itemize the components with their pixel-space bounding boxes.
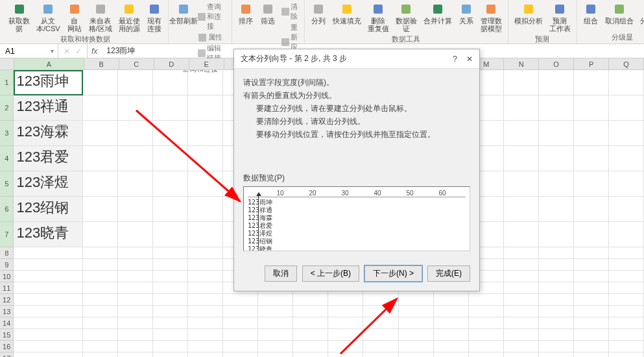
cell[interactable] bbox=[188, 341, 223, 352]
cell[interactable] bbox=[83, 341, 118, 352]
select-all-corner[interactable] bbox=[0, 58, 14, 69]
cell[interactable] bbox=[188, 95, 223, 121]
cell[interactable] bbox=[469, 317, 504, 329]
cell[interactable] bbox=[539, 271, 574, 282]
cell[interactable]: 123海霖 bbox=[14, 121, 83, 146]
cell[interactable] bbox=[118, 317, 153, 329]
cell[interactable] bbox=[609, 317, 644, 329]
cell[interactable]: 123祥通 bbox=[14, 95, 83, 121]
cell[interactable] bbox=[609, 271, 644, 282]
ribbon-button[interactable]: 模拟分析 bbox=[512, 1, 545, 26]
cell[interactable] bbox=[539, 329, 574, 341]
cell[interactable] bbox=[609, 121, 644, 146]
cell[interactable] bbox=[118, 197, 153, 222]
ribbon-button[interactable]: 管理数 据模型 bbox=[479, 1, 504, 34]
column-header[interactable]: O bbox=[539, 58, 574, 69]
cell[interactable] bbox=[469, 294, 504, 306]
column-header[interactable]: N bbox=[504, 58, 539, 69]
preview-ruler[interactable]: 102030405060 bbox=[248, 190, 466, 197]
cell[interactable] bbox=[609, 294, 644, 306]
cell[interactable] bbox=[14, 317, 83, 329]
cell[interactable] bbox=[118, 341, 153, 352]
cell[interactable] bbox=[118, 70, 153, 95]
cell[interactable] bbox=[153, 352, 188, 357]
cell[interactable] bbox=[223, 341, 258, 352]
cell[interactable] bbox=[363, 341, 398, 352]
cell[interactable] bbox=[14, 282, 83, 294]
cell[interactable] bbox=[363, 306, 398, 317]
ribbon-button[interactable]: 排序 bbox=[236, 1, 256, 26]
ribbon-button[interactable]: 取消组合 bbox=[603, 1, 636, 26]
cell[interactable] bbox=[188, 294, 223, 306]
ribbon-button[interactable]: 自 网站 bbox=[65, 1, 84, 34]
cell[interactable] bbox=[434, 329, 469, 341]
finish-button[interactable]: 完成(E) bbox=[427, 265, 470, 282]
ribbon-button-small[interactable]: 清除 bbox=[280, 1, 300, 22]
ribbon-button[interactable]: 分类汇 bbox=[638, 1, 644, 26]
cell[interactable] bbox=[83, 259, 118, 271]
cell[interactable] bbox=[83, 95, 118, 121]
row-header[interactable]: 3 bbox=[0, 121, 14, 146]
cell[interactable] bbox=[504, 317, 539, 329]
cell[interactable] bbox=[118, 247, 153, 259]
row-header[interactable]: 11 bbox=[0, 282, 14, 294]
cell[interactable] bbox=[504, 121, 539, 146]
cell[interactable] bbox=[434, 352, 469, 357]
cell[interactable] bbox=[188, 197, 223, 222]
cell[interactable] bbox=[363, 329, 398, 341]
cell[interactable] bbox=[258, 329, 293, 341]
cell[interactable] bbox=[363, 294, 398, 306]
cell[interactable] bbox=[539, 306, 574, 317]
cell[interactable] bbox=[188, 306, 223, 317]
column-header[interactable]: B bbox=[84, 58, 119, 69]
name-box-input[interactable] bbox=[4, 46, 43, 56]
cell[interactable] bbox=[118, 146, 153, 171]
cell[interactable] bbox=[83, 121, 118, 146]
cell[interactable] bbox=[293, 317, 328, 329]
row-header[interactable]: 14 bbox=[0, 317, 14, 329]
cell[interactable] bbox=[188, 329, 223, 341]
cell[interactable] bbox=[539, 146, 574, 171]
ribbon-button[interactable]: 快速填充 bbox=[331, 1, 363, 26]
cell[interactable] bbox=[153, 259, 188, 271]
cell[interactable]: 123雨坤 bbox=[14, 70, 83, 95]
cell[interactable] bbox=[574, 146, 609, 171]
cell[interactable] bbox=[504, 352, 539, 357]
cell[interactable] bbox=[574, 222, 609, 247]
cell[interactable] bbox=[258, 306, 293, 317]
cell[interactable] bbox=[574, 329, 609, 341]
cell[interactable] bbox=[469, 341, 504, 352]
cell[interactable] bbox=[258, 341, 293, 352]
cell[interactable] bbox=[574, 247, 609, 259]
cell[interactable] bbox=[469, 352, 504, 357]
cell[interactable] bbox=[469, 329, 504, 341]
cell[interactable] bbox=[188, 282, 223, 294]
cell[interactable] bbox=[293, 352, 328, 357]
cell[interactable] bbox=[118, 352, 153, 357]
cell[interactable] bbox=[504, 70, 539, 95]
cell[interactable] bbox=[153, 317, 188, 329]
column-header[interactable]: A bbox=[14, 58, 84, 69]
column-header[interactable]: E bbox=[189, 58, 224, 69]
cell[interactable] bbox=[399, 294, 434, 306]
cell[interactable] bbox=[223, 329, 258, 341]
cell[interactable] bbox=[539, 171, 574, 197]
cell[interactable] bbox=[83, 222, 118, 247]
ribbon-button[interactable]: 数据验 证 bbox=[394, 1, 419, 34]
cell[interactable] bbox=[574, 306, 609, 317]
cell[interactable] bbox=[118, 329, 153, 341]
cell[interactable] bbox=[399, 306, 434, 317]
cell[interactable] bbox=[188, 171, 223, 197]
cell[interactable] bbox=[574, 95, 609, 121]
cell[interactable] bbox=[504, 222, 539, 247]
cell[interactable] bbox=[539, 95, 574, 121]
column-header[interactable]: P bbox=[574, 58, 609, 69]
column-header[interactable]: Q bbox=[609, 58, 644, 69]
cell[interactable] bbox=[14, 329, 83, 341]
cell[interactable]: 123绍钢 bbox=[14, 197, 83, 222]
cell[interactable] bbox=[434, 317, 469, 329]
dialog-titlebar[interactable]: 文本分列向导 - 第 2 步, 共 3 步 ? ✕ bbox=[234, 49, 479, 69]
ribbon-button[interactable]: 分列 bbox=[309, 1, 328, 26]
fx-icon[interactable]: fx bbox=[88, 47, 101, 56]
cell[interactable] bbox=[574, 121, 609, 146]
